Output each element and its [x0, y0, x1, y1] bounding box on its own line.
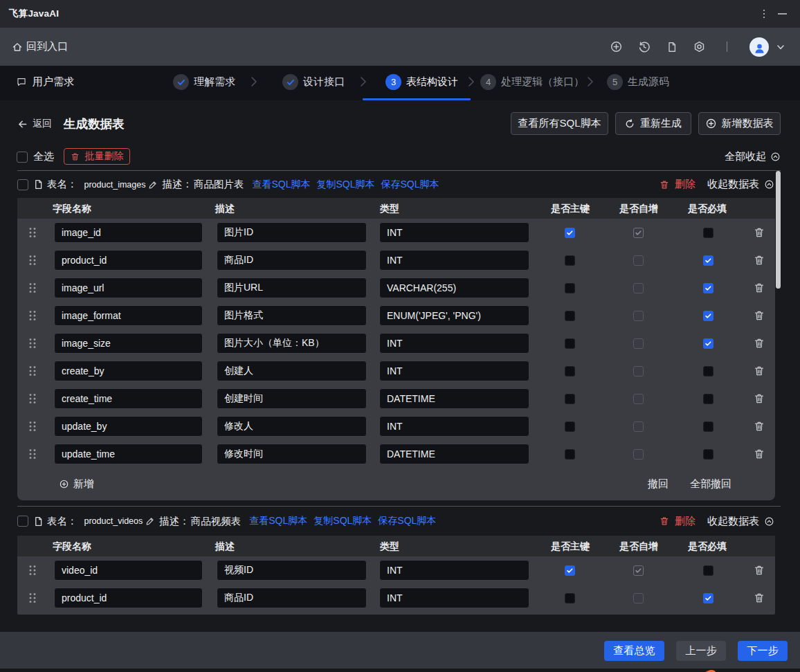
copy-sql-link[interactable]: 复制SQL脚本	[313, 515, 372, 527]
save-sql-link[interactable]: 保存SQL脚本	[378, 515, 436, 527]
field-desc-input[interactable]	[217, 560, 367, 581]
required-checkbox[interactable]	[703, 338, 713, 349]
field-name-input[interactable]	[54, 222, 203, 243]
required-checkbox[interactable]	[703, 255, 713, 266]
row-delete-icon[interactable]	[754, 393, 765, 404]
required-checkbox[interactable]	[703, 593, 713, 603]
window-minimize-icon[interactable]	[773, 5, 791, 23]
field-name-input[interactable]	[54, 560, 203, 581]
drag-handle-icon[interactable]	[28, 365, 37, 376]
field-type-input[interactable]	[379, 278, 529, 298]
account-menu-button[interactable]	[776, 44, 785, 51]
auto-increment-checkbox[interactable]	[633, 565, 644, 576]
primary-key-checkbox[interactable]	[565, 255, 575, 266]
primary-key-checkbox[interactable]	[565, 565, 575, 576]
field-type-input[interactable]	[379, 444, 529, 464]
field-desc-input[interactable]	[217, 416, 367, 437]
field-type-input[interactable]	[379, 333, 529, 354]
field-type-input[interactable]	[379, 250, 529, 271]
primary-key-checkbox[interactable]	[565, 394, 575, 404]
row-delete-icon[interactable]	[754, 227, 765, 238]
field-desc-input[interactable]	[217, 333, 367, 354]
batch-delete-button[interactable]: 批量删除	[64, 148, 130, 165]
field-desc-input[interactable]	[217, 278, 367, 298]
next-step-button[interactable]: 下一步	[738, 641, 788, 661]
field-type-input[interactable]	[379, 361, 529, 381]
row-delete-icon[interactable]	[754, 592, 765, 603]
drag-handle-icon[interactable]	[28, 592, 37, 603]
row-delete-icon[interactable]	[754, 310, 765, 321]
field-type-input[interactable]	[379, 305, 529, 326]
field-desc-input[interactable]	[217, 222, 367, 243]
required-checkbox[interactable]	[703, 228, 713, 238]
add-field-button[interactable]: 新增	[60, 468, 94, 500]
field-desc-input[interactable]	[217, 250, 367, 271]
regenerate-button[interactable]: 重新生成	[615, 112, 691, 135]
row-delete-icon[interactable]	[754, 255, 765, 266]
primary-key-checkbox[interactable]	[565, 449, 575, 460]
edit-pencil-icon[interactable]	[145, 516, 155, 526]
table-select-checkbox[interactable]	[17, 179, 28, 190]
auto-increment-checkbox[interactable]	[633, 593, 644, 603]
back-to-entrance-button[interactable]: 回到入口	[12, 40, 68, 53]
auto-increment-checkbox[interactable]	[633, 421, 644, 432]
drag-handle-icon[interactable]	[28, 421, 37, 432]
view-sql-link[interactable]: 查看SQL脚本	[249, 515, 307, 527]
field-type-input[interactable]	[379, 588, 529, 608]
step-table-structure-design[interactable]: 3 表结构设计	[385, 66, 458, 98]
drag-handle-icon[interactable]	[28, 448, 37, 460]
collapse-all-button[interactable]: 全部收起	[725, 150, 780, 163]
drag-handle-icon[interactable]	[28, 255, 37, 266]
primary-key-checkbox[interactable]	[565, 593, 575, 603]
undo-button[interactable]: 撤回	[648, 478, 669, 491]
auto-increment-checkbox[interactable]	[633, 449, 644, 460]
row-delete-icon[interactable]	[754, 338, 765, 349]
add-table-button[interactable]: 新增数据表	[698, 112, 781, 135]
required-checkbox[interactable]	[703, 565, 713, 576]
row-delete-icon[interactable]	[754, 365, 765, 376]
primary-key-checkbox[interactable]	[565, 283, 575, 293]
drag-handle-icon[interactable]	[28, 565, 37, 576]
field-desc-input[interactable]	[217, 588, 367, 608]
prev-step-button[interactable]: 上一步	[676, 641, 726, 661]
field-type-input[interactable]	[379, 416, 529, 437]
auto-increment-checkbox[interactable]	[633, 311, 644, 321]
edit-pencil-icon[interactable]	[148, 180, 158, 190]
drag-handle-icon[interactable]	[28, 282, 37, 293]
required-checkbox[interactable]	[703, 366, 713, 376]
primary-key-checkbox[interactable]	[565, 421, 575, 432]
table-select-checkbox[interactable]	[17, 516, 28, 527]
required-checkbox[interactable]	[703, 283, 713, 293]
required-checkbox[interactable]	[703, 449, 713, 460]
user-requirement-tab[interactable]: 用户需求	[17, 66, 74, 98]
required-checkbox[interactable]	[703, 394, 713, 404]
step-processing-logic[interactable]: 4 处理逻辑（接口）	[480, 66, 584, 98]
field-name-input[interactable]	[54, 416, 203, 437]
field-desc-input[interactable]	[217, 388, 367, 409]
required-checkbox[interactable]	[703, 421, 713, 432]
auto-increment-checkbox[interactable]	[633, 366, 644, 376]
window-menu-icon[interactable]	[755, 5, 773, 23]
primary-key-checkbox[interactable]	[565, 366, 575, 376]
auto-increment-checkbox[interactable]	[633, 338, 644, 349]
field-type-input[interactable]	[379, 388, 529, 409]
field-type-input[interactable]	[379, 222, 529, 243]
field-desc-input[interactable]	[217, 361, 367, 381]
table-collapse-button[interactable]: 收起数据表	[707, 178, 774, 191]
field-name-input[interactable]	[54, 361, 203, 381]
back-button[interactable]: 返回	[17, 118, 52, 130]
field-name-input[interactable]	[54, 588, 203, 608]
drag-handle-icon[interactable]	[28, 227, 37, 238]
auto-increment-checkbox[interactable]	[633, 394, 644, 404]
row-delete-icon[interactable]	[754, 421, 765, 432]
card-scrollbar-thumb[interactable]	[776, 171, 781, 289]
field-name-input[interactable]	[54, 305, 203, 326]
row-delete-icon[interactable]	[754, 565, 765, 576]
field-name-input[interactable]	[54, 444, 203, 464]
field-desc-input[interactable]	[217, 444, 367, 464]
step-understand-requirements[interactable]: 理解需求	[173, 66, 235, 98]
table-collapse-button[interactable]: 收起数据表	[707, 515, 774, 528]
primary-key-checkbox[interactable]	[565, 338, 575, 349]
document-button[interactable]	[658, 33, 686, 61]
copy-sql-link[interactable]: 复制SQL脚本	[316, 179, 374, 191]
